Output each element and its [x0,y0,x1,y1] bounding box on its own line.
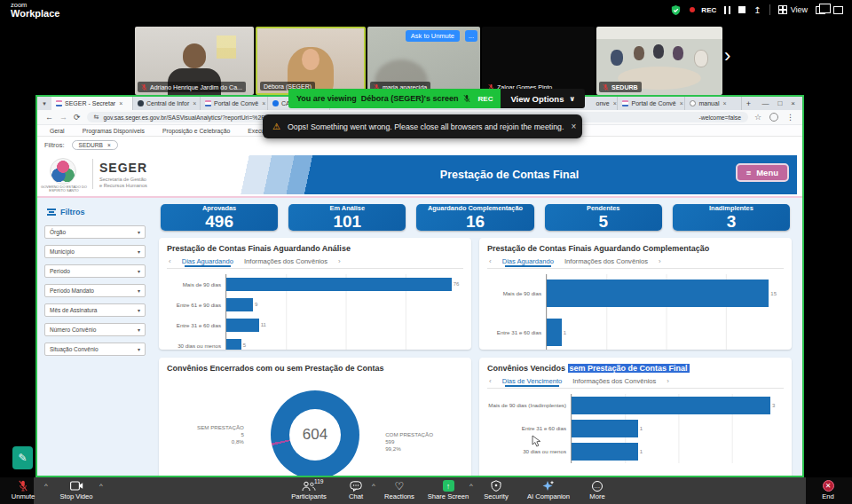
browser-tab-partial[interactable]: onve× [591,97,618,110]
stop-recording-button[interactable] [738,6,746,13]
chart-title-highlight: sem Prestação de Contas Final [568,364,690,373]
tab-search-caret-icon[interactable]: ▾ [37,97,51,110]
chart-title: Prestação de Contas Finais Aguardando An… [167,244,463,253]
annotate-button[interactable]: ✎ [12,446,33,469]
kpi-card-inadimplentes[interactable]: Inadimplentes3 [673,204,790,231]
bar[interactable] [572,397,770,414]
chart-tab[interactable]: Dias Aguardando [502,257,554,265]
ask-to-unmute-button[interactable]: Ask to Unmute [406,30,460,42]
tab-prev-icon[interactable]: ‹ [169,257,171,265]
kpi-card-em-analise[interactable]: Em Análise101 [288,204,406,231]
bar[interactable] [226,319,259,332]
filter-select-mes-assinatura[interactable]: Mês de Assinatura▾ [44,303,146,317]
forward-button[interactable]: → [59,113,67,122]
tab-close-icon[interactable]: × [722,100,726,106]
chart-tab[interactable]: Informações dos Convênios [564,257,648,265]
muted-mic-icon [603,83,609,91]
muted-mic-icon [19,480,28,492]
donut-label-line: 599 [385,438,433,445]
tab-next-icon[interactable]: › [338,257,341,265]
filter-chip-sedurb[interactable]: SEDURB× [72,140,118,150]
tile-more-button[interactable]: ... [465,30,477,42]
browser-tab[interactable]: Central de Infor× [133,97,201,110]
end-meeting-button[interactable]: ✕ End [796,480,852,500]
profile-icon[interactable] [769,113,778,122]
tab-next-icon[interactable]: › [667,377,669,385]
tab-prev-icon[interactable]: ‹ [489,377,492,385]
new-tab-button[interactable]: + [742,97,754,110]
org-subtitle: Secretaria de Gestão e Recursos Humanos [99,177,147,190]
filter-select-orgao[interactable]: Órgão▾ [44,225,146,239]
chart-tab[interactable]: Informações dos Convênios [572,377,656,385]
camera-icon [70,481,83,491]
view-button[interactable]: View [778,5,808,14]
window-minimize-button[interactable]: — [761,99,769,107]
reload-button[interactable]: ⟳ [74,113,81,122]
menu-button[interactable]: ≡Menu [736,163,789,182]
kpi-label: Aprovadas [201,204,238,212]
tab-close-icon[interactable]: × [193,100,196,106]
browser-tab[interactable]: Portal de Convê× [201,97,268,110]
filter-select-municipio[interactable]: Município▾ [44,245,146,258]
next-participants-arrow[interactable]: › [724,46,730,66]
pop-out-icon[interactable]: ↥ [753,5,761,15]
filter-select-periodo[interactable]: Período▾ [44,264,146,278]
chip-remove-icon[interactable]: × [107,142,111,148]
tab-close-icon[interactable]: × [680,100,683,106]
participant-tile-adriano[interactable]: Adriano Henrique Jardim do Ca... [135,27,254,95]
kpi-card-aguardando-complementacao[interactable]: Aguardando Complementação16 [416,204,533,231]
tab-close-icon[interactable]: × [613,100,617,106]
bookmark-item[interactable]: Programas Disponíveis [83,128,145,134]
toast-close-icon[interactable]: × [571,122,576,131]
window-maximize-button[interactable]: □ [777,99,782,107]
gallery-windows-icon[interactable] [816,6,825,14]
tab-next-icon[interactable]: › [659,257,661,265]
participant-tile-zaloar[interactable]: Zaloar Gomes Pinto [482,27,595,95]
chart-tab[interactable]: Informações dos Convênios [244,257,327,265]
donut-ring[interactable]: 604 [271,390,359,476]
bar[interactable] [226,298,253,311]
chart-tab[interactable]: Dias Aguardando [182,257,233,265]
bar[interactable] [572,443,638,461]
chart-tab[interactable]: Dias de Vencimento [502,377,563,385]
float-window-icon[interactable] [833,6,843,14]
bookmark-star-icon[interactable]: ☆ [754,113,761,122]
site-favicon [622,100,628,106]
more-button[interactable]: … More [565,480,629,500]
participant-tile-maria[interactable]: Ask to Unmute ... maria.aparecida [367,27,480,95]
view-options-button[interactable]: View Options ∨ [501,89,585,108]
bookmark-item[interactable]: Proposição e Celebração [162,128,230,134]
encryption-shield-icon[interactable] [670,4,682,16]
browser-tab[interactable]: manual× [685,97,742,110]
filter-select-situacao-convenio[interactable]: Situação Convênio▾ [44,343,146,356]
site-settings-icon[interactable]: ⇆ [94,114,99,121]
bar[interactable] [572,420,638,437]
bar[interactable] [547,319,562,346]
back-button[interactable]: ← [45,113,53,122]
participant-tile-sedurb[interactable]: SEDURB [596,27,722,95]
browser-tab[interactable]: Portal de Convê× [618,97,685,110]
kpi-card-pendentes[interactable]: Pendentes5 [545,204,662,231]
donut-label-com-prestacao: COM PRESTAÇÃO59999,2% [385,431,433,453]
bar[interactable] [226,278,452,291]
bar-track: 1 [546,313,784,350]
window-close-button[interactable]: × [791,99,795,107]
browser-menu-icon[interactable]: ⋮ [786,113,794,122]
people-group [673,46,683,60]
tab-close-icon[interactable]: × [119,100,122,106]
bar[interactable] [547,280,769,307]
filter-label: Situação Convênio [50,346,99,352]
site-favicon [690,100,696,106]
participant-tile-debora-active-speaker[interactable]: Débora (SEGER) [256,27,366,95]
pause-recording-button[interactable] [724,6,730,14]
video-options-caret[interactable]: ^ [99,482,103,490]
filter-select-numero-convenio[interactable]: Número Convênio▾ [44,323,146,336]
browser-tab[interactable]: SEGER - Secretar× [51,97,133,110]
filter-select-periodo-mandato[interactable]: Período Mandato▾ [44,284,146,297]
bar[interactable] [226,339,241,350]
kpi-card-aprovadas[interactable]: Aprovadas496 [161,204,278,231]
tab-prev-icon[interactable]: ‹ [489,257,492,265]
tab-close-icon[interactable]: × [262,100,265,106]
bookmark-item[interactable]: Geral [50,128,65,134]
government-caption: GOVERNO DO ESTADO DO ESPÍRITO SANTO [39,185,89,193]
